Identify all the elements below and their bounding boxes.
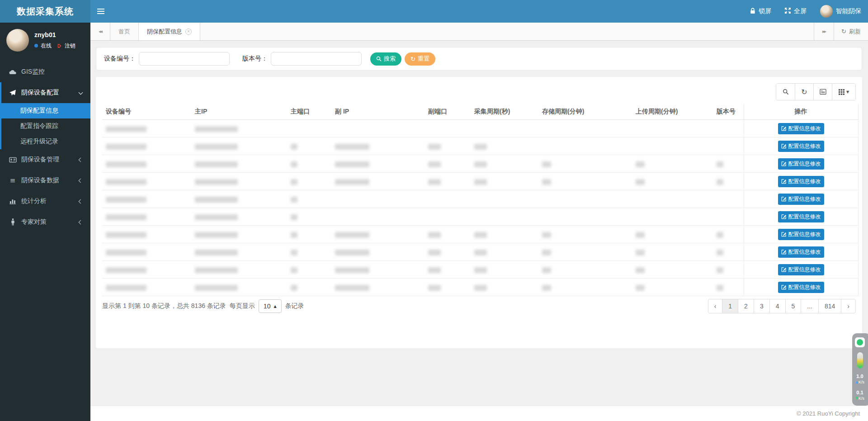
- sidebar-item-statistics[interactable]: 统计分析: [1, 191, 90, 212]
- table-row: 配置信息修改: [102, 208, 858, 226]
- page-button-3[interactable]: 3: [754, 299, 770, 313]
- lock-screen-button[interactable]: 锁屏: [743, 0, 778, 23]
- edit-config-button[interactable]: 配置信息修改: [778, 194, 824, 205]
- redacted-value: [106, 179, 146, 185]
- redacted-value: [474, 161, 487, 167]
- app-logo[interactable]: 数据采集系统: [0, 0, 90, 23]
- redacted-value: [636, 161, 645, 167]
- column-header-4: 副 IP: [331, 104, 425, 120]
- top-bar: 数据采集系统 锁屏 全屏 智能阴保: [0, 0, 868, 23]
- redacted-value: [335, 144, 369, 150]
- redacted-value: [291, 161, 297, 167]
- edit-config-button[interactable]: 配置信息修改: [778, 176, 824, 187]
- redacted-value: [106, 285, 146, 291]
- page-button-4[interactable]: 4: [769, 299, 786, 313]
- page-button-2[interactable]: 2: [738, 299, 754, 313]
- user-menu[interactable]: 智能阴保: [813, 0, 868, 23]
- green-status-dot-icon: [857, 339, 863, 345]
- redacted-value: [291, 144, 297, 150]
- menu-section-statistics: 统计分析: [0, 191, 90, 212]
- redacted-value: [636, 232, 645, 238]
- edit-config-button[interactable]: 配置信息修改: [778, 264, 824, 275]
- avatar: [820, 5, 833, 18]
- fullscreen-button[interactable]: 全屏: [778, 0, 813, 23]
- redacted-value: [428, 267, 441, 273]
- sidebar-item-gis-monitor[interactable]: GIS监控: [1, 61, 90, 82]
- pagination: 显示第 1 到第 10 条记录，总共 8136 条记录 每页显示 10 ▲ 条记…: [102, 299, 856, 313]
- redacted-value: [717, 232, 723, 238]
- tab-home[interactable]: 首页: [110, 23, 139, 40]
- redacted-value: [335, 285, 369, 291]
- edit-config-button[interactable]: 配置信息修改: [778, 246, 824, 258]
- sidebar-item-remote-upgrade[interactable]: 远程升级记录: [1, 134, 90, 149]
- refresh-table-button[interactable]: ↻: [795, 84, 813, 100]
- arrow-down-icon: ▼: [855, 396, 858, 401]
- table-row: 配置信息修改: [102, 261, 858, 279]
- reset-button[interactable]: ↻ 重置: [405, 52, 435, 66]
- refresh-tab-button[interactable]: ↻ 刷新: [834, 23, 868, 40]
- table-toolbar: ↻ ▼: [102, 83, 856, 100]
- menu-section-device-data: ≡ 阴保设备数据: [0, 170, 90, 191]
- show-search-button[interactable]: [776, 84, 795, 100]
- redacted-value: [291, 267, 297, 273]
- fullscreen-label: 全屏: [794, 7, 807, 15]
- table-row: 配置信息修改: [102, 190, 858, 208]
- config-table: 设备编号主IP主端口副 IP副端口采集周期(秒)存储周期(分钟)上传周期(分钟)…: [102, 104, 859, 296]
- edit-config-button[interactable]: 配置信息修改: [778, 211, 824, 222]
- sidebar-item-label: 阴保设备配置: [21, 89, 59, 97]
- copyright-text: © 2021 RuoYi Copyright: [797, 410, 860, 417]
- user-name: znyb01: [34, 31, 75, 38]
- edit-config-button[interactable]: 配置信息修改: [778, 282, 824, 293]
- submenu-device-config: 阴保配置信息 配置指令跟踪 远程升级记录: [1, 103, 90, 149]
- sidebar-item-device-data[interactable]: ≡ 阴保设备数据: [1, 170, 90, 191]
- redacted-value: [428, 179, 441, 185]
- logout-button[interactable]: 注销: [65, 42, 75, 50]
- column-header-6: 采集周期(秒): [471, 104, 538, 120]
- page-button-814[interactable]: 814: [818, 299, 841, 313]
- sidebar-item-config-info[interactable]: 阴保配置信息: [1, 103, 90, 118]
- edit-config-button[interactable]: 配置信息修改: [778, 141, 824, 152]
- device-number-input[interactable]: [139, 52, 230, 66]
- tabs-scroll-left-button[interactable]: ◂◂: [90, 23, 110, 40]
- refresh-label: 刷新: [849, 28, 861, 36]
- sidebar-item-command-trace[interactable]: 配置指令跟踪: [1, 118, 90, 134]
- sidebar-item-device-manage[interactable]: 阴保设备管理: [1, 149, 90, 170]
- redacted-value: [106, 161, 146, 167]
- redacted-value: [195, 232, 238, 238]
- tab-config-info[interactable]: 阴保配置信息 ×: [139, 23, 200, 40]
- download-monitor-widget[interactable]: 1.0 ▲K/s 0.1 ▼K/s: [852, 333, 868, 406]
- redacted-value: [717, 161, 723, 167]
- search-icon: [376, 56, 382, 61]
- page-button-5[interactable]: 5: [785, 299, 802, 313]
- edit-config-button[interactable]: 配置信息修改: [778, 229, 824, 240]
- bar-chart-icon: [8, 198, 17, 204]
- tabs-scroll-right-button[interactable]: ▸▸: [814, 23, 834, 40]
- redacted-value: [542, 250, 551, 255]
- page-button-1[interactable]: 1: [722, 299, 738, 313]
- sidebar-toggle-button[interactable]: [90, 0, 111, 23]
- content-area: 设备编号： 版本号： 搜索 ↻ 重置: [90, 41, 868, 406]
- page-size-dropdown[interactable]: 10 ▲: [259, 299, 282, 313]
- menu-section-device-config: 阴保设备配置 阴保配置信息 配置指令跟踪 远程升级记录: [0, 82, 90, 149]
- close-tab-icon[interactable]: ×: [185, 28, 192, 35]
- redacted-value: [195, 144, 238, 150]
- pager-next-button[interactable]: ›: [841, 299, 856, 313]
- redacted-value: [106, 250, 146, 255]
- sidebar-item-expert-strategy[interactable]: 专家对策: [1, 212, 90, 232]
- tab-bar: ◂◂ 首页 阴保配置信息 × ▸▸ ↻ 刷新: [90, 23, 868, 41]
- edit-config-button[interactable]: 配置信息修改: [778, 158, 824, 170]
- arrow-up-icon: ▲: [855, 380, 858, 384]
- version-input[interactable]: [271, 52, 362, 66]
- sidebar-item-device-config[interactable]: 阴保设备配置: [1, 82, 90, 103]
- search-button[interactable]: 搜索: [370, 52, 401, 66]
- id-card-icon: [8, 157, 17, 163]
- column-header-7: 存储周期(分钟): [538, 104, 632, 120]
- pager-prev-button[interactable]: ‹: [708, 299, 723, 313]
- version-label: 版本号：: [242, 55, 268, 63]
- toggle-view-button[interactable]: [813, 84, 832, 100]
- redacted-value: [106, 197, 146, 203]
- edit-config-button[interactable]: 配置信息修改: [778, 123, 824, 134]
- sidebar-item-label: 阴保设备数据: [21, 176, 59, 184]
- columns-button[interactable]: ▼: [832, 84, 855, 100]
- sidebar-item-label: GIS监控: [21, 68, 45, 76]
